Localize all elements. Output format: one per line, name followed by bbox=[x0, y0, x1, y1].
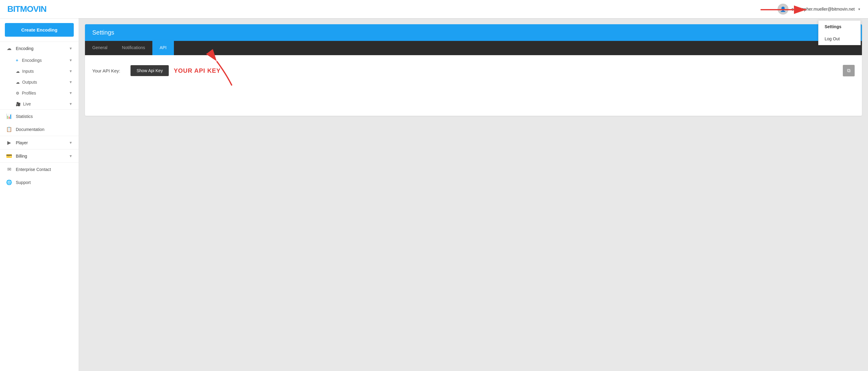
create-encoding-button[interactable]: Create Encoding bbox=[5, 23, 74, 37]
profiles-icon: ⚙ bbox=[16, 91, 20, 96]
billing-icon: 💳 bbox=[6, 153, 12, 159]
sidebar-live-label: Live bbox=[23, 102, 31, 106]
sidebar-item-documentation[interactable]: 📋 Documentation bbox=[0, 123, 79, 136]
inputs-arrow-icon: ▼ bbox=[69, 69, 72, 73]
header: BITMOVIN 👤 christopher.mueller@bitmovin.… bbox=[0, 0, 868, 18]
sidebar-inputs-label: Inputs bbox=[22, 69, 34, 74]
sidebar-support-label: Support bbox=[16, 180, 72, 185]
chevron-down-icon: ▼ bbox=[858, 8, 861, 11]
user-dropdown-menu: Settings Log Out bbox=[818, 20, 861, 45]
profiles-arrow-icon: ▼ bbox=[69, 91, 72, 95]
support-icon: 🌐 bbox=[6, 179, 12, 185]
enterprise-icon: ✉ bbox=[6, 166, 12, 172]
dropdown-logout[interactable]: Log Out bbox=[818, 33, 860, 45]
tab-notifications[interactable]: Notifications bbox=[115, 41, 152, 55]
sidebar-outputs-label: Outputs bbox=[22, 80, 37, 85]
inputs-icon: ☁ bbox=[16, 69, 20, 74]
encoding-arrow-icon: ▼ bbox=[69, 46, 72, 50]
tab-api[interactable]: API bbox=[152, 41, 174, 55]
tab-general[interactable]: General bbox=[85, 41, 115, 55]
live-arrow-icon: ▼ bbox=[69, 102, 72, 106]
sidebar-enterprise-label: Enterprise Contact bbox=[16, 167, 72, 172]
sidebar-section-encoding: ☁ Encoding ▼ + Encodings ▼ ☁ Inputs ▼ ☁ … bbox=[0, 41, 79, 109]
outputs-icon: ☁ bbox=[16, 80, 20, 85]
settings-tabs: General Notifications API bbox=[85, 41, 862, 55]
sidebar-item-profiles[interactable]: ⚙ Profiles ▼ bbox=[0, 88, 79, 99]
sidebar-section-stats: 📊 Statistics 📋 Documentation bbox=[0, 109, 79, 136]
sidebar-encoding-label: Encoding bbox=[16, 46, 65, 51]
encodings-arrow-icon: ▼ bbox=[69, 58, 72, 62]
avatar: 👤 bbox=[778, 4, 788, 14]
billing-arrow-icon: ▼ bbox=[69, 154, 72, 158]
sidebar-item-player[interactable]: ▶ Player ▼ bbox=[0, 136, 79, 149]
sidebar-section-enterprise: ✉ Enterprise Contact 🌐 Support bbox=[0, 163, 79, 189]
sidebar-item-encoding[interactable]: ☁ Encoding ▼ bbox=[0, 42, 79, 55]
settings-card: Settings General Notifications API Your … bbox=[85, 24, 862, 116]
copy-api-key-button[interactable]: ⧉ bbox=[843, 65, 855, 76]
sidebar-item-encodings[interactable]: + Encodings ▼ bbox=[0, 55, 79, 66]
dropdown-settings[interactable]: Settings bbox=[818, 21, 860, 33]
main-layout: Create Encoding ☁ Encoding ▼ + Encodings… bbox=[0, 18, 868, 371]
settings-header: Settings bbox=[85, 24, 862, 41]
show-api-key-button[interactable]: Show Api Key bbox=[130, 65, 169, 76]
settings-body: Your API Key: Show Api Key YOUR API KEY … bbox=[85, 55, 862, 116]
sidebar-billing-label: Billing bbox=[16, 154, 65, 159]
settings-title: Settings bbox=[92, 29, 114, 36]
sidebar-section-player: ▶ Player ▼ bbox=[0, 136, 79, 149]
sidebar-item-support[interactable]: 🌐 Support bbox=[0, 176, 79, 189]
sidebar-item-billing[interactable]: 💳 Billing ▼ bbox=[0, 149, 79, 163]
sidebar-profiles-label: Profiles bbox=[22, 91, 36, 96]
sidebar-item-inputs[interactable]: ☁ Inputs ▼ bbox=[0, 66, 79, 77]
sidebar-player-label: Player bbox=[16, 140, 65, 145]
logo: BITMOVIN bbox=[7, 4, 46, 14]
sidebar-documentation-label: Documentation bbox=[16, 127, 72, 132]
user-area[interactable]: 👤 christopher.mueller@bitmovin.net ▼ Set… bbox=[778, 4, 861, 14]
sidebar-item-outputs[interactable]: ☁ Outputs ▼ bbox=[0, 77, 79, 88]
cloud-icon: ☁ bbox=[6, 45, 12, 51]
player-arrow-icon: ▼ bbox=[69, 141, 72, 145]
live-icon: 🎥 bbox=[16, 102, 21, 106]
sidebar: Create Encoding ☁ Encoding ▼ + Encodings… bbox=[0, 18, 79, 371]
api-key-label: Your API Key: bbox=[92, 68, 126, 73]
api-key-value: YOUR API KEY bbox=[174, 67, 838, 74]
user-email: christopher.mueller@bitmovin.net bbox=[792, 7, 855, 11]
sidebar-item-live[interactable]: 🎥 Live ▼ bbox=[0, 99, 79, 109]
outputs-arrow-icon: ▼ bbox=[69, 80, 72, 84]
sidebar-section-billing: 💳 Billing ▼ bbox=[0, 149, 79, 163]
player-icon: ▶ bbox=[6, 140, 12, 145]
api-key-row: Your API Key: Show Api Key YOUR API KEY … bbox=[92, 65, 855, 76]
copy-icon: ⧉ bbox=[847, 68, 850, 73]
sidebar-encodings-label: Encodings bbox=[22, 58, 41, 63]
sidebar-statistics-label: Statistics bbox=[16, 114, 72, 119]
content-area: Settings General Notifications API Your … bbox=[79, 18, 868, 371]
sidebar-item-statistics[interactable]: 📊 Statistics bbox=[0, 110, 79, 123]
sidebar-item-enterprise[interactable]: ✉ Enterprise Contact bbox=[0, 163, 79, 176]
statistics-icon: 📊 bbox=[6, 113, 12, 119]
documentation-icon: 📋 bbox=[6, 126, 12, 132]
